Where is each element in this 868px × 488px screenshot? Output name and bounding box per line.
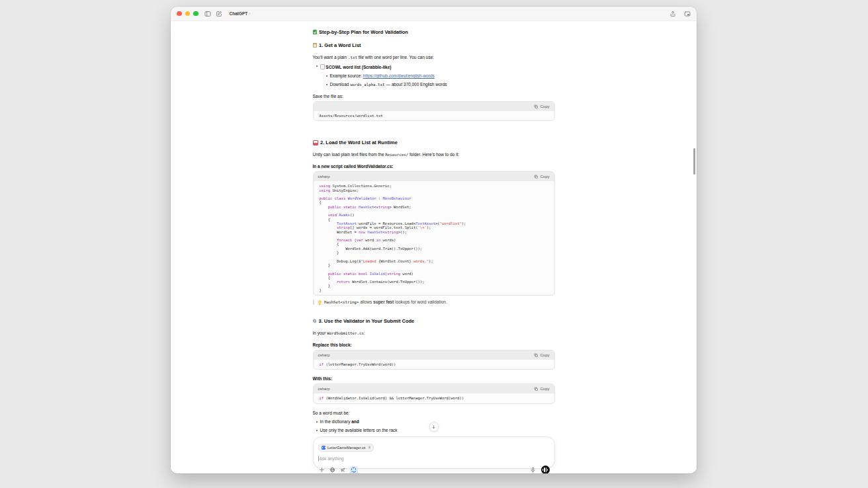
inline-code: .txt [348,56,357,60]
deep-research-telescope-icon[interactable] [339,466,347,473]
clipboard-emoji [313,43,318,48]
paragraph-bold: With this: [313,376,555,382]
bullet-list: SCOWL word list (Scrabble-like) Example … [313,63,555,87]
copy-button[interactable]: Copy [534,353,549,358]
open-book-emoji [313,140,319,146]
inline-code: words_alpha.txt [350,83,384,87]
copy-icon [534,175,539,179]
list-item: SCOWL word list (Scrabble-like) Example … [316,63,555,87]
share-icon[interactable] [669,10,676,17]
scrollbar-thumb[interactable] [693,148,695,175]
code-content: if (letterManager.TryUseWord(word)) [314,360,554,369]
code-block-header: csharp Copy [314,172,554,181]
composer[interactable]: LetterGameManager.cs × Ask anything [313,436,555,469]
chevron-right-icon: › [249,11,250,16]
copy-button[interactable]: Copy [534,387,549,391]
new-chat-icon[interactable] [216,10,223,17]
code-block-wordvalidator: csharp Copy using System.Collections.Gen… [313,171,555,296]
check-mark-emoji [313,30,318,34]
attached-file-name: LetterGameManager.cs [327,446,365,450]
paragraph: In your WordSubmitter.cs: [313,331,555,336]
copy-button[interactable]: Copy [534,175,549,179]
paragraph-bold: In a new script called WordValidator.cs: [313,164,555,169]
link-emoji [313,319,317,323]
composer-toolbar [318,466,550,473]
window-titlebar: ChatGPT › [171,7,697,21]
composer-right-actions [529,466,550,473]
code-content: if (WordValidator.IsValid(word) && lette… [314,393,554,403]
paragraph: Save the file as: [313,94,555,99]
inline-code: WordSubmitter.cs [327,331,364,335]
main-heading: Step-by-Step Plan for Word Validation [313,29,555,35]
code-content: Assets/Resources/wordlist.txt [314,111,554,120]
scroll-to-bottom-button[interactable] [429,422,439,432]
nested-bullet-list: Example source: https://github.com/dwyl/… [320,73,555,87]
attached-file-chip[interactable]: LetterGameManager.cs × [318,444,374,452]
text-caret [318,456,319,461]
list-item: Download words_alpha.txt — about 370,000… [326,82,555,87]
code-block-replace: csharp Copy if (letterManager.TryUseWord… [313,350,555,370]
page-emoji [320,64,325,69]
section-1-heading: 1. Get a Word List [313,42,555,48]
section-3-heading: 3. Use the Validator in Your Submit Code [313,318,555,324]
web-search-globe-icon[interactable] [329,466,336,473]
section-2-heading: 2. Load the Word List at Runtime [313,140,555,145]
inline-code: Resources/ [385,153,408,157]
paragraph-bold: Replace this block: [313,343,555,348]
message-input[interactable]: Ask anything [318,456,550,462]
code-language-label: csharp [318,175,330,179]
voice-mode-button[interactable] [541,466,550,473]
conversation-title-menu[interactable]: ChatGPT › [230,11,251,16]
close-window-button[interactable] [177,11,182,17]
chatgpt-window: ChatGPT › Step-by-Step Plan for Word Val… [171,7,697,473]
paragraph: Unity can load plain text files from the… [313,152,555,157]
copy-icon [534,353,539,358]
window-title: ChatGPT [230,11,248,16]
list-item: Example source: https://github.com/dwyl/… [326,73,555,79]
inline-code: HashSet<string> [324,300,359,304]
attach-plus-icon[interactable] [318,466,326,473]
input-placeholder: Ask anything [320,456,344,461]
copy-icon [534,104,539,109]
copy-icon [534,387,539,391]
arrow-down-icon [431,425,437,430]
code-language-label: csharp [318,353,330,357]
dictate-microphone-icon[interactable] [529,466,537,473]
lightbulb-emoji [318,300,322,304]
chat-scroll-area[interactable]: Step-by-Step Plan for Word Validation 1.… [171,21,697,473]
code-block-header: csharp Copy [314,350,554,360]
code-content: using System.Collections.Generic;using U… [314,181,554,295]
minimize-window-button[interactable] [185,11,191,17]
traffic-lights [177,11,198,17]
code-file-icon [322,446,326,450]
assistant-message: Step-by-Step Plan for Word Validation 1.… [313,21,555,433]
screen-capture-tool-icon[interactable] [350,466,358,474]
paragraph: You'll want a plain .txt file with one w… [313,55,555,60]
picture-in-picture-icon[interactable] [683,10,691,17]
zoom-window-button[interactable] [193,11,198,17]
remove-attachment-icon[interactable]: × [368,446,370,450]
blockquote-tip: HashSet<string> allows super fast lookup… [313,300,555,305]
code-block-with-this: csharp Copy if (WordValidator.IsValid(wo… [313,384,555,403]
sidebar-toggle-icon[interactable] [204,10,212,17]
code-block-header: csharp Copy [314,384,554,393]
code-language-label: csharp [318,387,330,391]
paragraph: So a word must be: [313,411,555,416]
copy-button[interactable]: Copy [534,104,549,109]
external-link[interactable]: https://github.com/dwyl/english-words [363,73,435,78]
code-block-wordlist-path: Copy Assets/Resources/wordlist.txt [313,101,555,121]
titlebar-actions [669,10,691,17]
code-block-header: Copy [314,102,554,111]
